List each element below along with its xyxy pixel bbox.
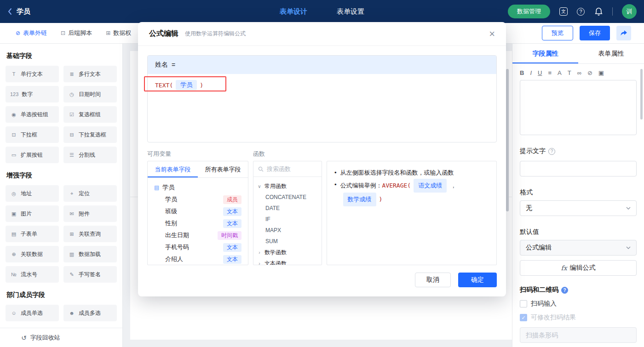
edit-formula-button[interactable]: fx 编辑公式 [520,260,637,276]
function-date[interactable]: DATE [257,203,318,214]
bold-icon[interactable]: B [520,69,524,76]
backend-script-button[interactable]: ⊡ 后端脚本 [61,29,92,37]
unlink-icon[interactable]: ⊘ [587,69,592,76]
font-size-icon[interactable]: T [568,69,571,76]
translate-icon[interactable]: 文 [559,7,568,16]
default-value-select[interactable]: 公式编辑 [520,240,637,256]
select-value: 公式编辑 [526,244,552,252]
function-sum[interactable]: SUM [257,236,318,247]
modify-scan-result-checkbox[interactable]: ✓ 可修改扫码结果 [520,313,637,322]
permission-icon: ⊞ [106,30,110,36]
field-number[interactable]: 123数字 [6,86,59,102]
group-math-functions[interactable]: › 数学函数 [257,247,318,258]
field-address[interactable]: ◎地址 [6,185,59,202]
avatar[interactable]: 训 [622,4,637,19]
root-label: 学员 [162,183,174,192]
data-permission-button[interactable]: ⊞ 数据权 [106,29,131,37]
field-image[interactable]: ▣图片 [6,205,59,222]
link-icon[interactable]: ∞ [577,69,581,76]
variable-row-referrer[interactable]: 介绍人 文本 [154,253,242,265]
richtext-toolbar: B I U ≡ A T ∞ ⊘ ▣ [520,69,637,76]
chevron-down-icon [626,207,631,210]
field-member-multi[interactable]: ☻成员多选 [63,305,117,321]
variable-row-member[interactable]: 学员 成员 [154,193,242,205]
field-member-single[interactable]: ☺成员单选 [6,305,59,321]
tree-root-form[interactable]: ▤ 学员 [154,182,242,193]
field-recycle-bin[interactable]: ↺ 字段回收站 [0,328,122,347]
group-common-functions[interactable]: ∨ 常用函数 [257,181,318,192]
data-manage-button[interactable]: 数据管理 [508,5,550,18]
field-multi-dropdown[interactable]: ⊟下拉复选框 [63,126,117,143]
field-label: 下拉复选框 [79,131,106,139]
scan-input-checkbox[interactable]: 扫码输入 [520,300,637,308]
insert-image-icon[interactable]: ▣ [598,69,604,76]
select-value: 无 [526,204,532,212]
data-load-icon: ▥ [68,251,75,257]
field-multi-line-text[interactable]: ≣多行文本 [63,66,117,82]
variable-chip[interactable]: 学员 [176,80,197,90]
formula-expression[interactable]: TEXT( 学员 ) [148,74,496,96]
panel-scrollbar[interactable] [640,69,643,119]
hint-text-input[interactable] [520,161,637,176]
save-button[interactable]: 保存 [580,26,610,40]
share-button[interactable] [616,26,631,40]
variable-name: 介绍人 [165,255,183,263]
tab-all-form-fields[interactable]: 所有表单字段 [198,161,248,177]
field-divider[interactable]: ☰分割线 [63,147,117,163]
field-extend-button[interactable]: ▭扩展按钮 [6,147,59,163]
field-attachment[interactable]: ✉附件 [63,205,117,222]
form-external-link-button[interactable]: ⊘ 表单外链 [16,29,47,37]
help-icon[interactable]: ? [577,8,585,16]
preview-button[interactable]: 预览 [542,26,573,40]
field-signature[interactable]: ✎手写签名 [63,266,117,283]
tab-current-form-fields[interactable]: 当前表单字段 [148,161,198,177]
lookup-icon: ⊞ [68,231,75,237]
underline-icon[interactable]: U [538,69,542,76]
link-icon: ⊘ [16,30,20,36]
field-serial-number[interactable]: №流水号 [6,266,59,283]
barcode-scan-input[interactable] [520,327,637,343]
field-checkbox-group[interactable]: ☑复选框组 [63,106,117,123]
field-subform[interactable]: ▤子表单 [6,226,59,242]
field-data-load[interactable]: ▥数据加载 [63,246,117,262]
tab-form-design[interactable]: 表单设计 [280,7,307,16]
close-icon[interactable]: × [489,29,495,39]
cancel-button[interactable]: 取消 [415,273,451,287]
number-icon: 123 [10,91,18,97]
tab-form-settings[interactable]: 表单设置 [337,7,364,16]
field-label: 数字 [22,91,33,98]
group-text-functions[interactable]: › 文本函数 [257,258,318,265]
notification-bell-icon[interactable] [594,7,603,16]
function-if[interactable]: IF [257,214,318,225]
question-icon[interactable]: ? [561,287,568,294]
tab-form-properties[interactable]: 表单属性 [578,44,644,63]
align-icon[interactable]: ≡ [548,69,552,76]
field-label: 手写签名 [79,271,101,279]
field-dropdown[interactable]: ⊡下拉框 [6,126,59,143]
function-token: ) [200,82,203,89]
variable-row-gender[interactable]: 性别 文本 [154,217,242,229]
font-color-icon[interactable]: A [558,69,562,76]
variable-row-birthdate[interactable]: 出生日期 时间戳 [154,229,242,241]
formula-editor[interactable]: 姓名 = TEXT( 学员 ) [147,55,497,142]
field-radio-group[interactable]: ◉单选按钮组 [6,106,59,123]
function-search-input[interactable]: 搜索函数 [253,161,322,177]
variable-row-phone[interactable]: 手机号码 文本 [154,241,242,253]
tab-field-properties[interactable]: 字段属性 [512,44,578,63]
function-mapx[interactable]: MAPX [257,225,318,236]
question-icon[interactable]: ? [548,148,555,155]
field-single-line-text[interactable]: T单行文本 [6,66,59,82]
default-value-label: 默认值 [520,228,637,236]
variable-row-class[interactable]: 班级 文本 [154,205,242,217]
field-lookup-query[interactable]: ⊞关联查询 [63,226,117,242]
function-concatenate[interactable]: CONCATENATE [257,192,318,203]
field-datetime[interactable]: ◷日期时间 [63,86,117,102]
field-title-editor[interactable] [520,80,637,135]
field-location[interactable]: ⌖定位 [63,185,117,202]
confirm-button[interactable]: 确定 [458,273,497,287]
field-related-data[interactable]: ⊕关联数据 [6,246,59,262]
italic-icon[interactable]: I [530,69,532,76]
back-button[interactable]: 学员 [7,7,30,16]
format-select[interactable]: 无 [520,200,637,216]
canvas-scrollbar[interactable] [506,69,509,211]
